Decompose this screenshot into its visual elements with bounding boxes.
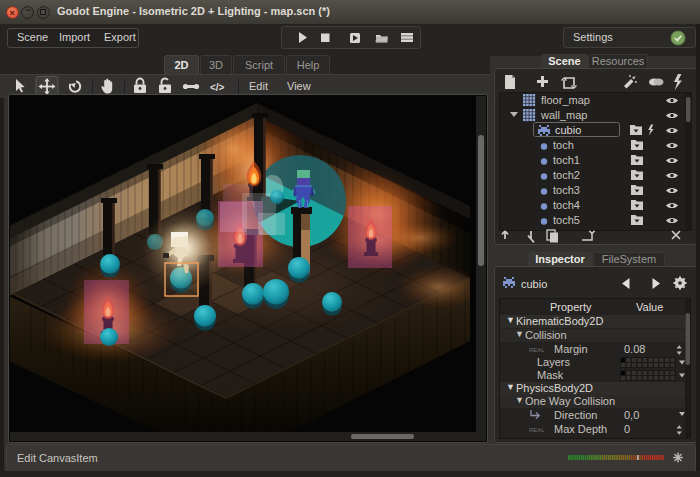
svg-text:</>: </> (210, 82, 225, 93)
